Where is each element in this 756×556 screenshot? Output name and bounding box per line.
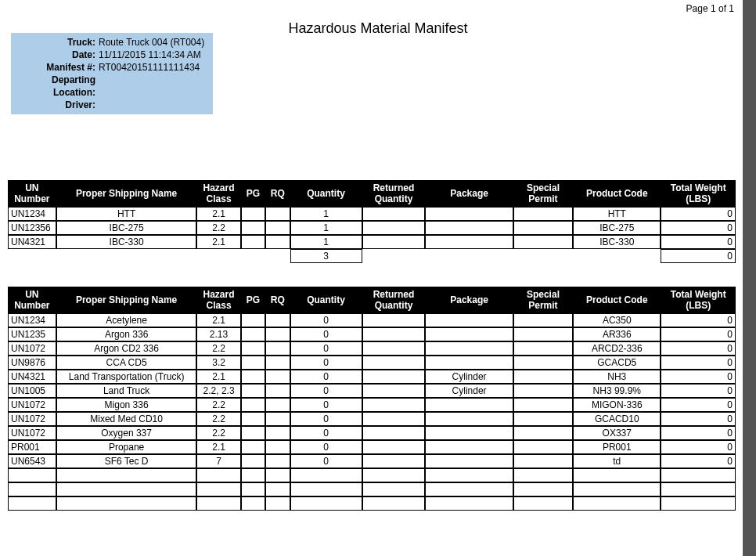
- cell-pkg: [425, 440, 513, 454]
- cell-rq: [265, 341, 290, 356]
- cell-name: Propane: [56, 440, 197, 454]
- cell-sp: [513, 398, 573, 412]
- cell-wt: 0: [661, 398, 736, 412]
- cell-pkg: [425, 327, 513, 341]
- cell-pkg: [425, 356, 513, 370]
- cell-wt: 0: [661, 454, 736, 468]
- cell-rq: [265, 207, 290, 221]
- cell-ret: [362, 370, 426, 384]
- cell-pc: MIGON-336: [573, 398, 661, 412]
- cell-un: UN9876: [8, 356, 56, 370]
- cell-hz: 2.1: [196, 235, 240, 249]
- cell-sp: [513, 412, 573, 426]
- cell-pkg: [425, 482, 513, 496]
- table-row: UN9876CCA CD53.20GCACD50: [8, 356, 736, 370]
- cell-un: UN4321: [8, 370, 56, 384]
- cell-hz: 2.1: [196, 207, 240, 221]
- table-row: [8, 468, 736, 482]
- cell-pc: NH3: [573, 370, 661, 384]
- cell-pg: [241, 356, 265, 370]
- cell-hz: 2.1: [196, 440, 240, 454]
- col-rq: RQ: [265, 180, 290, 207]
- table-row: UN1072Oxygen 3372.20OX3370: [8, 426, 736, 440]
- col-ret: Returned Quantity: [362, 180, 426, 207]
- cell-un: UN1235: [8, 327, 56, 341]
- vertical-scrollbar[interactable]: [743, 0, 756, 556]
- cell-name: HTT: [56, 207, 197, 221]
- cell-wt: 0: [661, 235, 736, 249]
- table-row: UN12356IBC-2752.21IBC-2750: [8, 221, 736, 235]
- cell-pkg: [425, 221, 513, 235]
- cell-rq: [265, 313, 290, 327]
- col-un: UN Number: [8, 180, 56, 207]
- table-row: UN1072Mixed Med CD102.20GCACD100: [8, 412, 736, 426]
- cell-rq: [265, 482, 290, 496]
- cell-name: SF6 Tec D: [56, 454, 197, 468]
- cell-pg: [241, 221, 265, 235]
- cell-ret: [362, 468, 426, 482]
- col-qty: Quantity: [290, 180, 362, 207]
- col-name: Proper Shipping Name: [56, 287, 197, 313]
- cell-sp: [513, 468, 573, 482]
- cell-ret: [362, 454, 426, 468]
- col-hazard: Hazard Class: [196, 180, 240, 207]
- cell-sp: [513, 356, 573, 370]
- col-wt: Total Weight (LBS): [661, 180, 736, 207]
- cell-pkg: [425, 468, 513, 482]
- spacer-cell: [56, 249, 197, 263]
- table-header: UN Number Proper Shipping Name Hazard Cl…: [8, 287, 736, 313]
- cell-sp: [513, 370, 573, 384]
- cell-un: UN1072: [8, 398, 56, 412]
- departing-location-label: Departing Location:: [14, 74, 99, 99]
- cell-rq: [265, 454, 290, 468]
- spacer-cell: [362, 249, 426, 263]
- cell-pc: HTT: [573, 207, 661, 221]
- spacer-cell: [8, 249, 56, 263]
- cell-qty: 0: [290, 384, 362, 398]
- cell-un: UN1072: [8, 412, 56, 426]
- cell-wt: 0: [661, 356, 736, 370]
- cell-rq: [265, 327, 290, 341]
- cell-qty: 0: [290, 327, 362, 341]
- cell-rq: [265, 468, 290, 482]
- manifest-info-box: Truck: Route Truck 004 (RT004) Date: 11/…: [11, 33, 213, 114]
- cell-wt: 0: [661, 426, 736, 440]
- table-row: [8, 496, 736, 511]
- table-row: UN1234HTT2.11HTT0: [8, 207, 736, 221]
- cell-ret: [362, 440, 426, 454]
- spacer-cell: [196, 249, 240, 263]
- cell-rq: [265, 398, 290, 412]
- cell-pkg: [425, 207, 513, 221]
- table-row: UN1235Argon 3362.130AR3360: [8, 327, 736, 341]
- cell-ret: [362, 426, 426, 440]
- cell-pg: [241, 468, 265, 482]
- spacer-cell: [425, 249, 513, 263]
- cell-hz: 2.1: [196, 370, 240, 384]
- cell-pkg: Cylinder: [425, 370, 513, 384]
- cell-pc: OX337: [573, 426, 661, 440]
- cell-qty: 0: [290, 341, 362, 356]
- col-ret: Returned Quantity: [362, 287, 426, 313]
- col-wt: Total Weight (LBS): [661, 287, 736, 313]
- table-row: UN1234Acetylene2.10AC3500: [8, 313, 736, 327]
- cell-pg: [241, 235, 265, 249]
- cell-pg: [241, 370, 265, 384]
- cell-qty: 0: [290, 313, 362, 327]
- cell-pc: GCACD5: [573, 356, 661, 370]
- cell-ret: [362, 327, 426, 341]
- cell-qty: 0: [290, 440, 362, 454]
- cell-hz: [196, 496, 240, 511]
- col-sp: Special Permit: [513, 180, 573, 207]
- cell-wt: [661, 496, 736, 511]
- cell-qty: 1: [290, 221, 362, 235]
- col-pg: PG: [241, 180, 265, 207]
- cell-hz: 2.2: [196, 341, 240, 356]
- cell-hz: 2.2: [196, 398, 240, 412]
- cell-name: Oxygen 337: [56, 426, 197, 440]
- cell-rq: [265, 221, 290, 235]
- cell-hz: 2.2: [196, 426, 240, 440]
- cell-sp: [513, 482, 573, 496]
- cell-pc: [573, 468, 661, 482]
- spacer-cell: [513, 249, 573, 263]
- cell-rq: [265, 235, 290, 249]
